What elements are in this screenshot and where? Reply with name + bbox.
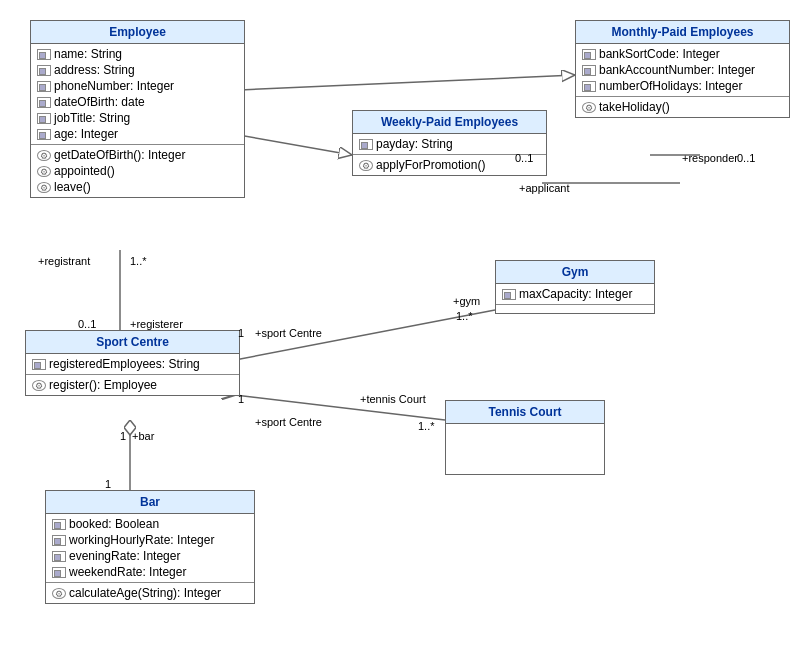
field-icon xyxy=(37,65,51,76)
sport-centre-gym-label: +sport Centre xyxy=(255,327,322,339)
field-icon xyxy=(37,97,51,108)
svg-line-1 xyxy=(240,75,575,90)
field-icon xyxy=(52,551,66,562)
attr-name: name: String xyxy=(35,46,240,62)
field-icon xyxy=(502,289,516,300)
gym-attributes: maxCapacity: Integer xyxy=(496,284,654,305)
sport-bar-1: 1 xyxy=(120,430,126,442)
applicant-label: +applicant xyxy=(519,182,569,194)
method-takeholiday: ⚙ takeHoliday() xyxy=(580,99,785,115)
attr-address: address: String xyxy=(35,62,240,78)
field-icon xyxy=(359,139,373,150)
bar-sport-label: +bar xyxy=(132,430,154,442)
field-icon xyxy=(582,65,596,76)
attr-booked: booked: Boolean xyxy=(50,516,250,532)
field-icon xyxy=(582,49,596,60)
attr-banksort: bankSortCode: Integer xyxy=(580,46,785,62)
monthly-attributes: bankSortCode: Integer bankAccountNumber:… xyxy=(576,44,789,97)
tennis-court-label: +tennis Court xyxy=(360,393,426,405)
tennis-attrs-empty xyxy=(446,424,604,474)
registerer-label: +registerer xyxy=(130,318,183,330)
field-icon xyxy=(582,81,596,92)
registrant-mult: 1..* xyxy=(130,255,147,267)
gym-title: Gym xyxy=(496,261,654,284)
sport-centre-class: Sport Centre registeredEmployees: String… xyxy=(25,330,240,396)
employee-attributes: name: String address: String phoneNumber… xyxy=(31,44,244,145)
monthly-paid-class: Monthly-Paid Employees bankSortCode: Int… xyxy=(575,20,790,118)
monthly-paid-title: Monthly-Paid Employees xyxy=(576,21,789,44)
field-icon xyxy=(37,129,51,140)
monthly-methods: ⚙ takeHoliday() xyxy=(576,97,789,117)
sport-tennis-1: 1 xyxy=(238,393,244,405)
weekly-paid-class: Weekly-Paid Employees payday: String ⚙ a… xyxy=(352,110,547,176)
attr-eveningrate: eveningRate: Integer xyxy=(50,548,250,564)
bar-methods: ⚙ calculateAge(String): Integer xyxy=(46,583,254,603)
registrant-label: +registrant xyxy=(38,255,90,267)
gym-mult: 1..* xyxy=(456,310,473,322)
bar-attributes: booked: Boolean workingHourlyRate: Integ… xyxy=(46,514,254,583)
method-leave: ⚙ leave() xyxy=(35,179,240,195)
attr-payday: payday: String xyxy=(357,136,542,152)
method-icon: ⚙ xyxy=(359,160,373,171)
bar-class: Bar booked: Boolean workingHourlyRate: I… xyxy=(45,490,255,604)
gym-class: Gym maxCapacity: Integer xyxy=(495,260,655,314)
gym-label: +gym xyxy=(453,295,480,307)
method-icon: ⚙ xyxy=(582,102,596,113)
attr-phone: phoneNumber: Integer xyxy=(35,78,240,94)
method-icon: ⚙ xyxy=(37,166,51,177)
weekly-paid-title: Weekly-Paid Employees xyxy=(353,111,546,134)
method-register: ⚙ register(): Employee xyxy=(30,377,235,393)
attr-age: age: Integer xyxy=(35,126,240,142)
responder-label: +responder xyxy=(682,152,738,164)
employee-class: Employee name: String address: String ph… xyxy=(30,20,245,198)
sport-attributes: registeredEmployees: String xyxy=(26,354,239,375)
field-icon xyxy=(52,567,66,578)
tennis-court-title: Tennis Court xyxy=(446,401,604,424)
method-icon: ⚙ xyxy=(32,380,46,391)
attr-jobtitle: jobTitle: String xyxy=(35,110,240,126)
sport-methods: ⚙ register(): Employee xyxy=(26,375,239,395)
attr-regemployees: registeredEmployees: String xyxy=(30,356,235,372)
field-icon xyxy=(52,519,66,530)
field-icon xyxy=(37,81,51,92)
field-icon xyxy=(37,49,51,60)
method-appointed: ⚙ appointed() xyxy=(35,163,240,179)
attr-holidays: numberOfHolidays: Integer xyxy=(580,78,785,94)
bar-sport-1-bottom: 1 xyxy=(105,478,111,490)
attr-dob: dateOfBirth: date xyxy=(35,94,240,110)
method-icon: ⚙ xyxy=(52,588,66,599)
field-icon xyxy=(52,535,66,546)
gym-methods-empty xyxy=(496,305,654,313)
tennis-court-class: Tennis Court xyxy=(445,400,605,475)
sport-centre-gym-1: 1 xyxy=(238,327,244,339)
registerer-mult: 0..1 xyxy=(78,318,96,330)
employee-title: Employee xyxy=(31,21,244,44)
uml-diagram: Employee name: String address: String ph… xyxy=(0,0,806,659)
method-icon: ⚙ xyxy=(37,182,51,193)
attr-maxcapacity: maxCapacity: Integer xyxy=(500,286,650,302)
tennis-mult: 1..* xyxy=(418,420,435,432)
attr-bankacct: bankAccountNumber: Integer xyxy=(580,62,785,78)
method-calage: ⚙ calculateAge(String): Integer xyxy=(50,585,250,601)
employee-methods: ⚙ getDateOfBirth(): Integer ⚙ appointed(… xyxy=(31,145,244,197)
sport-centre-title: Sport Centre xyxy=(26,331,239,354)
field-icon xyxy=(37,113,51,124)
attr-weekendrate: weekendRate: Integer xyxy=(50,564,250,580)
tennis-sport-label: +sport Centre xyxy=(255,416,322,428)
method-icon: ⚙ xyxy=(37,150,51,161)
bar-title: Bar xyxy=(46,491,254,514)
field-icon xyxy=(32,359,46,370)
attr-hourlyrate: workingHourlyRate: Integer xyxy=(50,532,250,548)
method-getdob: ⚙ getDateOfBirth(): Integer xyxy=(35,147,240,163)
responder-mult2: 0..1 xyxy=(737,152,755,164)
responder-mult1: 0..1 xyxy=(515,152,533,164)
